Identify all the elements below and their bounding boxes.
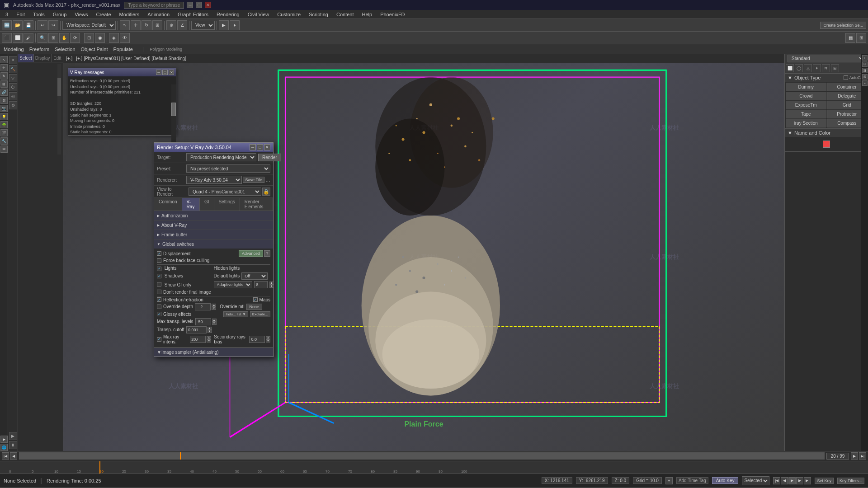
frame-display[interactable]: 20 / 99 <box>826 453 849 460</box>
exclude-btn[interactable]: Exclude... <box>250 311 270 317</box>
prev-frame-button[interactable]: ◀ <box>10 452 17 460</box>
lt-motion[interactable]: 🎬 <box>0 129 8 136</box>
override-depth-spin[interactable]: ▲ ▼ <box>212 304 216 310</box>
pb-prev[interactable]: ◀ <box>781 477 788 484</box>
obj-tape[interactable]: Tape <box>786 110 826 118</box>
obj-crowd[interactable]: Crowd <box>786 92 826 100</box>
color-swatch[interactable] <box>823 141 830 148</box>
redo-button[interactable]: ↪ <box>48 20 58 30</box>
lt-select[interactable]: ↖ <box>0 56 8 63</box>
lock-view-button[interactable]: 🔒 <box>262 188 270 196</box>
rs-maximize[interactable]: □ <box>257 144 263 150</box>
dont-render-checkbox[interactable] <box>157 290 161 294</box>
max-ray-up[interactable]: ▲ <box>207 336 211 339</box>
timeline-ruler[interactable]: 0 5 10 15 20 25 30 35 40 45 50 55 60 65 … <box>0 461 868 474</box>
include-list-btn[interactable]: Indu... list ▼ <box>223 311 248 317</box>
vray-messages-controls[interactable]: ─ □ ✕ <box>156 70 174 75</box>
about-vray-header[interactable]: ▶ About V-Ray <box>154 221 273 230</box>
tab-vray[interactable]: V-Ray <box>182 198 200 211</box>
pan-button[interactable]: ✋ <box>59 33 69 43</box>
max-ray-input[interactable] <box>190 336 206 343</box>
view-dropdown-rs[interactable]: Quad 4 - PhysCamera001 <box>189 188 261 196</box>
secondary-rays-down[interactable]: ▼ <box>266 339 270 343</box>
render-button[interactable]: Render <box>258 154 281 161</box>
max-ray-spin[interactable]: ▲ ▼ <box>207 336 211 343</box>
adaptive-lights-spinner[interactable] <box>254 281 268 288</box>
timeline-slider[interactable] <box>19 452 825 460</box>
adaptive-lights-spin-btns[interactable]: ▲ ▼ <box>269 282 274 288</box>
save-options-icon[interactable]: … <box>265 177 270 183</box>
force-backface-checkbox[interactable] <box>157 258 161 263</box>
select-region-button[interactable]: ⬛ <box>2 33 12 43</box>
preset-dropdown[interactable]: No preset selected <box>186 164 270 173</box>
rs-minimize[interactable]: ─ <box>250 144 256 150</box>
global-switches-header[interactable]: ▼ Global switches <box>154 239 273 249</box>
rp-icon-3[interactable]: △ <box>804 64 812 72</box>
key-filters-button[interactable]: Key Filters... <box>837 478 864 484</box>
viewport-area[interactable]: 人人素材社 人人素材社 人人素材社 人人素材社 人人素材社 人人素材社 人人素材… <box>63 63 784 451</box>
maximize-button[interactable]: □ <box>196 2 202 8</box>
next-frame-button[interactable]: ▶ <box>851 452 858 460</box>
rs-close[interactable]: ✕ <box>264 144 270 150</box>
rp-icon-4[interactable]: ✦ <box>813 64 821 72</box>
authorization-header[interactable]: ▶ Authorization <box>154 211 273 220</box>
shadows-checkbox[interactable] <box>157 274 161 278</box>
lt-light[interactable]: 💡 <box>0 113 8 120</box>
mode-populate[interactable]: Populate <box>113 47 132 52</box>
add-time-tag-button[interactable]: + <box>665 477 673 484</box>
vray-msg-scrollbar[interactable] <box>171 84 176 143</box>
material-editor[interactable]: ♦ <box>230 20 240 30</box>
li-utilities[interactable]: ⚙ <box>9 101 17 109</box>
vray-msg-minimize[interactable]: ─ <box>156 70 161 75</box>
mode-object-paint[interactable]: Object Paint <box>81 47 108 52</box>
window-controls[interactable]: Type a keyword or phrase ─ □ ✕ <box>124 2 211 9</box>
object-type-header[interactable]: ▼ Object Type AutoGrid <box>785 74 868 82</box>
menu-3ds[interactable]: 3 <box>2 11 12 18</box>
override-depth-down[interactable]: ▼ <box>212 307 216 310</box>
menu-customize[interactable]: Customize <box>274 11 304 18</box>
zoom-button[interactable]: 🔍 <box>38 33 47 43</box>
lt-camera[interactable]: 📷 <box>0 105 8 112</box>
renderer-dropdown[interactable]: V-Ray Adv 3.50.04 <box>186 176 242 184</box>
mode-modeling[interactable]: Modeling <box>4 47 24 52</box>
lt-env[interactable]: 🌐 <box>0 444 8 451</box>
vray-msg-content[interactable]: Refraction rays: 0 (0.00 per pixel) Unsh… <box>68 76 176 135</box>
search-input-title[interactable]: Type a keyword or phrase <box>124 2 184 9</box>
menu-scripting[interactable]: Scripting <box>305 11 332 18</box>
pb-play[interactable]: ▶ <box>788 477 796 484</box>
transp-cutoff-up[interactable]: ▲ <box>208 327 212 330</box>
transp-cutoff-spin[interactable]: ▲ ▼ <box>208 327 212 333</box>
max-transp-spin[interactable]: ▲ ▼ <box>212 319 217 325</box>
workspace-dropdown[interactable]: Workspace: Default <box>62 21 116 30</box>
minimize-button[interactable]: ─ <box>187 2 193 8</box>
set-key-button[interactable]: Set Key <box>815 478 834 484</box>
viewport-maximize[interactable]: ⊞ <box>856 33 866 43</box>
close-button[interactable]: ✕ <box>205 2 211 8</box>
rmt-btn-3[interactable]: ◨ <box>862 68 868 73</box>
vray-msg-scroll-thumb[interactable] <box>171 103 176 116</box>
override-mtl-none-btn[interactable]: None <box>246 304 263 310</box>
show-gi-checkbox[interactable] <box>157 282 161 286</box>
glossy-checkbox[interactable] <box>157 312 161 316</box>
max-ray-checkbox[interactable] <box>157 337 161 342</box>
lt-display[interactable]: 👁 <box>0 145 8 153</box>
tab-select[interactable]: Select <box>18 54 34 62</box>
li-anim[interactable]: ▶ <box>9 432 17 440</box>
go-start-button[interactable]: |◀ <box>2 452 9 460</box>
menu-tools[interactable]: Tools <box>29 11 48 18</box>
select-button[interactable]: ↖ <box>120 20 130 30</box>
li-create[interactable]: ✦ <box>9 56 17 64</box>
undo-button[interactable]: ↩ <box>38 20 47 30</box>
image-sampler-header[interactable]: ▼ Image sampler (Antialiasing) <box>154 347 273 357</box>
autogrid-checkbox[interactable] <box>844 75 848 80</box>
lt-rotate[interactable]: ↻ <box>0 72 8 80</box>
obj-iray-section[interactable]: iray Section <box>786 119 826 127</box>
right-panel-dropdown[interactable]: Standard <box>788 55 865 62</box>
max-ray-down[interactable]: ▼ <box>207 339 211 343</box>
lt-move[interactable]: ✛ <box>0 64 8 71</box>
menu-phoenixfd[interactable]: PhoenixFD <box>377 11 408 18</box>
menu-group[interactable]: Group <box>49 11 71 18</box>
displacement-checkbox[interactable] <box>157 251 161 256</box>
menu-create[interactable]: Create <box>93 11 115 18</box>
rotate-button[interactable]: ↻ <box>142 20 151 30</box>
